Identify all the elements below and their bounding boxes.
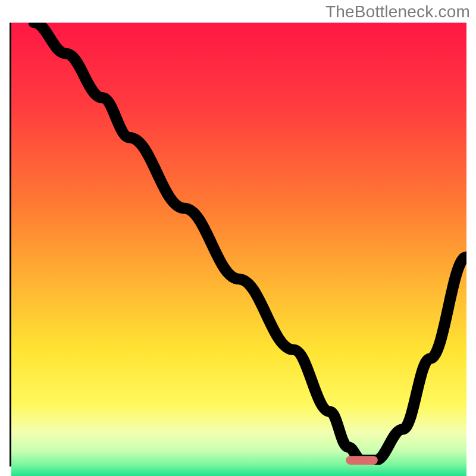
curve-layer [11, 23, 466, 465]
watermark-text: TheBottleneck.com [325, 2, 470, 21]
bottleneck-curve [34, 23, 466, 461]
plot-area [10, 23, 466, 466]
chart-frame: TheBottleneck.com [0, 0, 476, 476]
optimal-marker [346, 456, 378, 465]
